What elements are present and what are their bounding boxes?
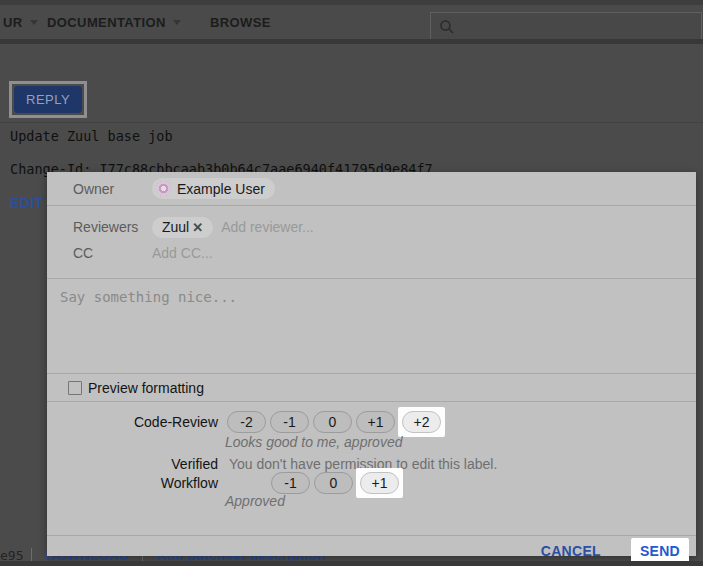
owner-chip[interactable]: Example User [152, 178, 275, 199]
chevron-down-icon [173, 20, 181, 25]
reply-message-textarea[interactable] [47, 279, 696, 373]
code-review-vote-minus2[interactable]: -2 [227, 411, 266, 433]
header-divider [0, 39, 703, 44]
code-review-vote-minus1[interactable]: -1 [270, 411, 309, 433]
preview-formatting-label: Preview formatting [88, 380, 204, 396]
workflow-hint: Approved [225, 494, 696, 509]
nav-item-label: UR [3, 15, 23, 30]
workflow-row: Workflow -1 0 +1 [47, 472, 696, 494]
search-box[interactable] [430, 12, 702, 41]
reviewers-row: Reviewers Zuul ✕ Add reviewer... [47, 215, 696, 239]
owner-chip-name: Example User [177, 181, 265, 197]
send-button-highlight: SEND [631, 538, 689, 564]
reply-button[interactable]: REPLY [14, 86, 82, 113]
search-input[interactable] [462, 18, 693, 35]
code-review-vote-plus2[interactable]: +2 [402, 411, 441, 433]
commit-message-title: Update Zuul base job [10, 128, 173, 144]
preview-formatting-row: Preview formatting [47, 374, 696, 402]
reviewers-label: Reviewers [73, 219, 152, 235]
send-button[interactable]: SEND [640, 543, 680, 559]
workflow-vote-0[interactable]: 0 [314, 472, 353, 494]
nav-item-browse[interactable]: BROWSE [210, 5, 271, 39]
nav-item-documentation[interactable]: DOCUMENTATION [47, 5, 181, 39]
remove-reviewer-icon[interactable]: ✕ [192, 220, 203, 235]
avatar-icon [156, 181, 171, 196]
owner-label: Owner [73, 181, 152, 197]
section-divider [0, 122, 703, 123]
nav-item-label: DOCUMENTATION [47, 15, 166, 30]
cc-label: CC [73, 245, 152, 261]
nav-item-label: BROWSE [210, 15, 271, 30]
scores-section: Code-Review -2 -1 0 +1 +2 Looks good to … [47, 402, 696, 536]
reviewer-chip-name: Zuul [162, 219, 189, 235]
workflow-vote-plus1[interactable]: +1 [360, 472, 399, 494]
code-review-row: Code-Review -2 -1 0 +1 +2 [47, 411, 696, 433]
reviewer-chip[interactable]: Zuul ✕ [152, 217, 213, 238]
code-review-vote-plus1[interactable]: +1 [356, 411, 395, 433]
code-review-label: Code-Review [47, 414, 218, 430]
people-section: Reviewers Zuul ✕ Add reviewer... CC Add … [47, 215, 696, 279]
message-section [47, 279, 696, 374]
edit-link[interactable]: EDIT [10, 195, 44, 211]
add-cc-input[interactable]: Add CC... [152, 245, 213, 261]
reply-button-highlight: REPLY [9, 81, 87, 118]
bottom-strip [0, 561, 703, 566]
preview-formatting-checkbox[interactable] [68, 381, 82, 395]
nav-item-your[interactable]: UR [3, 5, 38, 39]
verified-label: Verified [47, 456, 218, 472]
chevron-down-icon [30, 20, 38, 25]
cancel-button[interactable]: CANCEL [535, 542, 607, 560]
code-review-hint: Looks good to me, approved [225, 435, 696, 450]
owner-row: Owner Example User [47, 172, 696, 206]
code-review-plus2-highlight: +2 [398, 407, 445, 437]
gerrit-change-screen: UR DOCUMENTATION BROWSE REPLY Update Zuu… [0, 0, 703, 566]
workflow-plus1-highlight: +1 [356, 468, 403, 498]
code-review-vote-0[interactable]: 0 [313, 411, 352, 433]
topbar: UR DOCUMENTATION BROWSE [0, 5, 703, 39]
divider [31, 548, 32, 562]
search-icon [439, 19, 455, 35]
reply-dialog: Owner Example User Reviewers Zuul ✕ Add … [47, 172, 696, 556]
cc-row: CC Add CC... [47, 241, 696, 265]
code-review-buttons: -2 -1 0 +1 +2 [227, 411, 444, 433]
workflow-label: Workflow [47, 475, 218, 491]
workflow-vote-minus1[interactable]: -1 [271, 472, 310, 494]
workflow-buttons: -1 0 +1 [271, 472, 402, 494]
add-reviewer-input[interactable]: Add reviewer... [221, 219, 314, 235]
